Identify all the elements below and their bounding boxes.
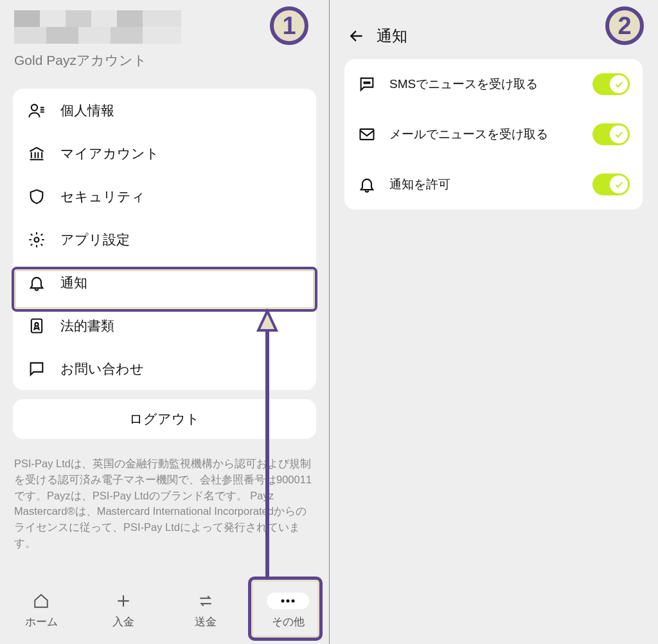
menu-label: セキュリティ: [60, 188, 145, 206]
chat-icon: [27, 360, 46, 378]
step-badge-2: 2: [605, 6, 644, 45]
check-icon: [614, 79, 624, 89]
svg-rect-1: [40, 10, 66, 27]
nav-label: 送金: [195, 614, 217, 629]
check-icon: [614, 179, 624, 190]
svg-point-22: [35, 323, 38, 326]
check-icon: [614, 129, 624, 139]
more-icon: [267, 593, 309, 609]
toggle-knob: [610, 125, 628, 143]
toggle-knob: [610, 175, 628, 193]
toggle-knob: [610, 75, 628, 93]
svg-rect-0: [14, 10, 40, 27]
svg-point-26: [287, 599, 290, 602]
nav-label: ホーム: [25, 614, 58, 629]
screen-1-settings: Gold Payzアカウント 個人情報 マイアカウント セキュリティ アプリ設定: [0, 0, 329, 644]
svg-point-31: [368, 82, 369, 84]
nav-label: その他: [272, 614, 305, 629]
bell-icon: [357, 175, 377, 193]
bottom-nav: ホーム 入金 送金 その他: [0, 577, 329, 644]
toggle-allow[interactable]: [592, 174, 630, 195]
svg-rect-8: [78, 27, 111, 44]
menu-label: 法的書類: [60, 317, 114, 335]
svg-point-20: [35, 237, 39, 242]
settings-menu: 個人情報 マイアカウント セキュリティ アプリ設定 通知: [13, 89, 316, 390]
svg-point-27: [292, 599, 295, 602]
account-tier: Gold Payzアカウント: [14, 51, 315, 69]
home-icon: [33, 593, 49, 609]
mail-icon: [357, 125, 377, 143]
nav-deposit[interactable]: 入金: [82, 577, 164, 644]
menu-item-legal-docs[interactable]: 法的書類: [13, 304, 316, 347]
svg-rect-10: [143, 27, 181, 44]
gear-icon: [27, 231, 46, 249]
menu-item-security[interactable]: セキュリティ: [13, 175, 316, 218]
menu-label: 個人情報: [60, 102, 114, 120]
svg-rect-4: [117, 10, 143, 27]
menu-item-my-account[interactable]: マイアカウント: [13, 132, 316, 175]
person-icon: [27, 102, 46, 120]
setting-label: メールでニュースを受け取る: [389, 126, 580, 143]
menu-label: マイアカウント: [60, 145, 159, 163]
setting-sms-news: SMSでニュースを受け取る: [344, 59, 643, 109]
logout-button[interactable]: ログアウト: [13, 399, 316, 439]
page-title: 通知: [377, 26, 407, 46]
nav-other[interactable]: その他: [247, 577, 329, 644]
step-badge-1: 1: [270, 6, 308, 45]
pane-divider: [329, 0, 330, 644]
svg-rect-9: [111, 27, 143, 44]
svg-point-25: [281, 599, 285, 602]
notification-settings: SMSでニュースを受け取る メールでニュースを受け取る 通知を許可: [344, 59, 643, 210]
nav-label: 入金: [112, 614, 134, 629]
legal-text: PSI-Pay Ltdは、英国の金融行動監視機構から認可および規制を受ける認可済…: [0, 439, 329, 551]
menu-item-app-settings[interactable]: アプリ設定: [13, 218, 316, 261]
svg-point-29: [364, 82, 365, 84]
back-button[interactable]: [348, 28, 365, 44]
svg-rect-32: [360, 129, 374, 139]
nav-home[interactable]: ホーム: [0, 577, 82, 644]
redacted-name: [14, 10, 181, 44]
bank-icon: [27, 145, 46, 163]
svg-point-30: [366, 82, 368, 84]
screen-2-notifications: 通知 SMSでニュースを受け取る メールでニュースを受け取る: [329, 0, 658, 644]
setting-allow-notifications: 通知を許可: [344, 159, 643, 210]
menu-item-contact[interactable]: お問い合わせ: [13, 347, 316, 390]
bell-icon: [27, 274, 46, 292]
menu-item-notifications[interactable]: 通知: [13, 261, 316, 304]
logout-label: ログアウト: [129, 410, 200, 428]
toggle-sms[interactable]: [592, 73, 630, 95]
arrow-left-icon: [348, 28, 365, 44]
menu-label: 通知: [60, 274, 87, 292]
setting-label: SMSでニュースを受け取る: [389, 76, 580, 93]
toggle-email[interactable]: [592, 123, 630, 145]
svg-rect-3: [91, 10, 117, 27]
shield-icon: [27, 188, 46, 206]
menu-label: アプリ設定: [60, 231, 130, 249]
doc-badge-icon: [27, 317, 46, 335]
nav-transfer[interactable]: 送金: [164, 577, 247, 644]
sms-icon: [357, 75, 377, 93]
menu-label: お問い合わせ: [60, 360, 144, 378]
svg-point-11: [31, 104, 37, 110]
svg-rect-6: [14, 27, 46, 44]
menu-item-personal-info[interactable]: 個人情報: [13, 89, 316, 132]
svg-rect-5: [143, 10, 181, 27]
plus-icon: [115, 593, 132, 609]
svg-rect-7: [46, 27, 78, 44]
setting-email-news: メールでニュースを受け取る: [344, 109, 643, 159]
svg-rect-2: [66, 10, 91, 27]
setting-label: 通知を許可: [389, 176, 580, 193]
transfer-icon: [197, 593, 214, 609]
